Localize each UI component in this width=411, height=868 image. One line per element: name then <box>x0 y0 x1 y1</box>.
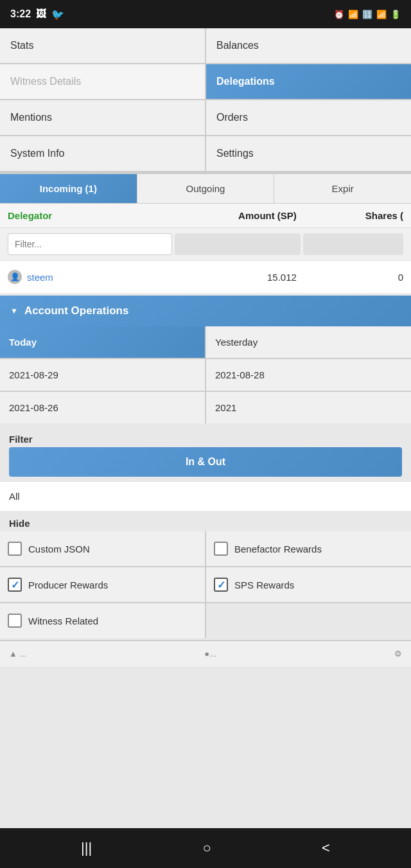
bottom-partial: ▲ ... ●... ⚙ <box>0 640 411 666</box>
bottom-partial-right: ⚙ <box>394 649 402 659</box>
in-out-button[interactable]: In & Out <box>9 447 402 477</box>
filter-section-label: Filter <box>0 427 411 447</box>
nav-mentions[interactable]: Mentions <box>0 100 205 135</box>
battery-icon: 🔋 <box>390 10 401 19</box>
checkbox-witness-related[interactable]: Witness Related <box>0 603 205 638</box>
bottom-partial-text: ▲ ... <box>9 649 26 659</box>
time-display: 3:22 <box>10 8 31 20</box>
signal-icon: 📶 <box>348 10 358 19</box>
account-ops-title: Account Operations <box>24 305 128 317</box>
checkbox-benefactor-box <box>214 542 228 556</box>
checkbox-custom-json[interactable]: Custom JSON <box>0 531 205 566</box>
delegation-tabs: Incoming (1) Outgoing Expir <box>0 174 411 204</box>
checkbox-producer-label: Producer Rewards <box>28 580 108 590</box>
date-grid: Today Yesterday 2021-08-29 2021-08-28 20… <box>0 326 411 423</box>
user-avatar: 👤 <box>8 270 22 284</box>
alarm-icon: ⏰ <box>334 10 344 19</box>
filter-section-bg: Filter In & Out <box>0 423 411 482</box>
checkbox-producer-box <box>8 578 22 592</box>
date-2021-08-28[interactable]: 2021-08-28 <box>206 359 411 391</box>
checkbox-benefactor-rewards[interactable]: Benefactor Rewards <box>206 531 411 566</box>
table-header: Delegator Amount (SP) Shares ( <box>0 204 411 228</box>
nav-witness-details[interactable]: Witness Details <box>0 64 205 99</box>
twitter-icon: 🐦 <box>51 8 64 21</box>
delegator-name: steem <box>27 272 53 283</box>
delegator-cell[interactable]: 👤 steem <box>8 270 164 284</box>
delegation-filter-input[interactable] <box>8 233 172 255</box>
nav-settings[interactable]: Settings <box>206 136 411 171</box>
bottom-nav-bar: ||| ○ < <box>0 828 411 868</box>
status-right: ⏰ 📶 🔢 📶 🔋 <box>334 10 401 19</box>
date-today[interactable]: Today <box>0 326 205 358</box>
signal2-icon: 📶 <box>376 10 387 19</box>
nav-recent-button[interactable]: < <box>311 837 340 859</box>
col-delegator-header: Delegator <box>8 210 164 221</box>
checkbox-benefactor-label: Benefactor Rewards <box>234 544 322 554</box>
network-icon: 🔢 <box>362 10 372 19</box>
filter-placeholder-1 <box>175 233 300 255</box>
filter-placeholder-2 <box>303 233 403 255</box>
nav-stats[interactable]: Stats <box>0 28 205 63</box>
checkbox-sps-rewards[interactable]: SPS Rewards <box>206 567 411 602</box>
checkbox-sps-box <box>214 578 228 592</box>
amount-cell: 15.012 <box>166 272 297 283</box>
delegation-filter-row <box>0 228 411 261</box>
table-row: 👤 steem 15.012 0 <box>0 261 411 294</box>
col-amount-header: Amount (SP) <box>166 210 297 221</box>
date-yesterday[interactable]: Yesterday <box>206 326 411 358</box>
checkbox-producer-rewards[interactable]: Producer Rewards <box>0 567 205 602</box>
nav-system-info[interactable]: System Info <box>0 136 205 171</box>
nav-balances[interactable]: Balances <box>206 28 411 63</box>
checkbox-sps-label: SPS Rewards <box>234 580 294 590</box>
tab-expiring[interactable]: Expir <box>274 174 411 203</box>
image-icon: 🖼 <box>36 8 46 20</box>
all-filter-item[interactable]: All <box>0 482 411 511</box>
tab-incoming[interactable]: Incoming (1) <box>0 174 137 203</box>
hide-section-label: Hide <box>0 511 411 531</box>
shares-cell: 0 <box>299 272 403 283</box>
bottom-partial-icon: ●... <box>204 649 216 659</box>
triangle-icon: ▼ <box>10 306 18 315</box>
checkbox-witness-box <box>8 614 22 628</box>
nav-delegations[interactable]: Delegations <box>206 64 411 99</box>
status-bar: 3:22 🖼 🐦 ⏰ 📶 🔢 📶 🔋 <box>0 0 411 28</box>
checkbox-empty <box>206 603 411 638</box>
account-operations-header[interactable]: ▼ Account Operations <box>0 296 411 326</box>
checkbox-custom-json-box <box>8 542 22 556</box>
nav-grid: Stats Balances Witness Details Delegatio… <box>0 28 411 172</box>
nav-back-button[interactable]: ||| <box>71 837 102 859</box>
tab-outgoing[interactable]: Outgoing <box>137 174 275 203</box>
checkbox-custom-json-label: Custom JSON <box>28 544 90 554</box>
date-2021-08-26[interactable]: 2021-08-26 <box>0 392 205 423</box>
nav-home-button[interactable]: ○ <box>192 837 221 859</box>
status-left: 3:22 🖼 🐦 <box>10 8 64 21</box>
date-2021-08-29[interactable]: 2021-08-29 <box>0 359 205 391</box>
checkbox-grid: Custom JSON Benefactor Rewards Producer … <box>0 531 411 638</box>
col-shares-header: Shares ( <box>299 210 403 221</box>
nav-spacer <box>0 666 411 705</box>
date-2021-partial[interactable]: 2021 <box>206 392 411 423</box>
nav-orders[interactable]: Orders <box>206 100 411 135</box>
checkbox-witness-label: Witness Related <box>28 616 98 626</box>
